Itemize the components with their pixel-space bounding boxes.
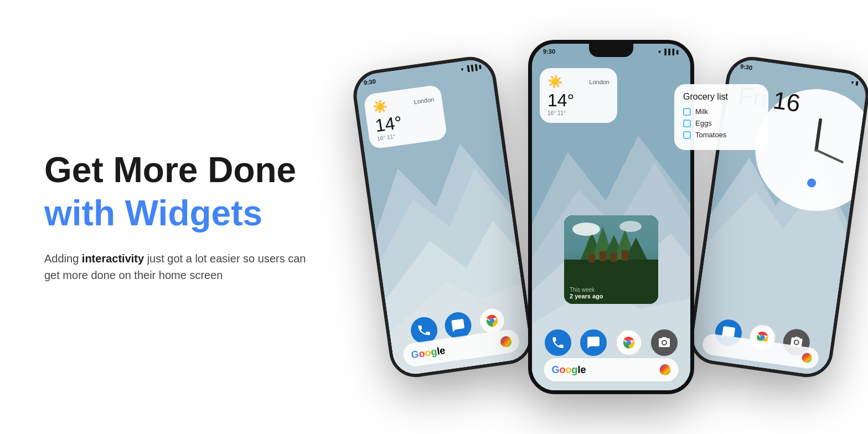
page-container: Get More Done with Widgets Adding intera… [0, 0, 868, 434]
weather-widget-center[interactable]: ☀️ London 14° 16° 11° [540, 68, 617, 123]
headline-line1: Get More Done [44, 151, 310, 189]
svg-point-35 [619, 221, 642, 232]
weather-temp-center: 14° [547, 91, 609, 109]
weather-widget-left[interactable]: ☀️ London 14° 16° 11° [363, 84, 447, 149]
subtext-bold: interactivity [82, 252, 144, 265]
grocery-item-1[interactable]: Milk [683, 107, 760, 116]
svg-rect-30 [588, 254, 595, 262]
status-time-center: 9:30 [543, 48, 555, 55]
assistant-icon-left [500, 335, 513, 348]
signal-icon-left: ▐▐▐ [465, 64, 478, 71]
grocery-checkbox-1[interactable] [683, 108, 691, 116]
headline-line2: with Widgets [44, 194, 310, 232]
grocery-item-text-1: Milk [695, 107, 708, 116]
chrome-app-icon-center[interactable] [616, 329, 642, 356]
battery-icon-center: ▮ [676, 49, 679, 55]
grocery-item-3[interactable]: Tomatoes [683, 131, 760, 139]
status-icons-left: ▾ ▐▐▐ ▮ [461, 63, 482, 72]
grocery-widget-container: Grocery list Milk Eggs Tomatoes [674, 84, 768, 150]
grocery-item-text-3: Tomatoes [695, 131, 726, 139]
weather-icon-left: ☀️ [372, 99, 389, 115]
weather-city-left: London [414, 96, 435, 105]
svg-point-37 [627, 340, 631, 345]
left-section: Get More Done with Widgets Adding intera… [0, 117, 354, 317]
battery-icon-right: ▮ [855, 79, 859, 86]
svg-point-16 [794, 340, 798, 344]
photo-widget-center[interactable]: This week 2 years ago [564, 215, 658, 304]
phones-section: 9:30 ▾ ▐▐▐ ▮ ☀️ London 14° 16° 11° [354, 0, 868, 434]
phone-left-screen: 9:30 ▾ ▐▐▐ ▮ ☀️ London 14° 16° 11° [354, 57, 532, 376]
messages-app-icon-center[interactable] [580, 329, 607, 356]
dock-center [545, 329, 678, 356]
google-logo-center: Google [551, 364, 586, 376]
grocery-checkbox-2[interactable] [683, 120, 691, 127]
phone-center-screen: 9:30 ▾ ▐▐▐ ▮ ☀️ London 14° 16° 11° [532, 44, 690, 390]
svg-rect-33 [622, 250, 628, 261]
photo-content: This week 2 years ago [564, 215, 658, 304]
phone-notch-center [589, 44, 633, 57]
camera-app-icon-center[interactable] [651, 329, 678, 356]
subtext: Adding interactivity just got a lot easi… [44, 250, 310, 283]
phone-center: 9:30 ▾ ▐▐▐ ▮ ☀️ London 14° 16° 11° [528, 40, 694, 394]
svg-point-34 [572, 223, 600, 236]
svg-rect-32 [611, 253, 617, 262]
assistant-icon-right [801, 352, 812, 363]
photo-caption-center: This week 2 years ago [570, 287, 603, 299]
phone-left: 9:30 ▾ ▐▐▐ ▮ ☀️ London 14° 16° 11° [350, 54, 535, 381]
signal-icon-center: ▐▐▐ [663, 49, 674, 55]
weather-range-center: 16° 11° [547, 110, 609, 116]
svg-point-38 [663, 341, 666, 344]
grocery-item-2[interactable]: Eggs [683, 119, 760, 127]
status-time-left: 9:30 [363, 78, 376, 86]
photo-caption-sub: This week [570, 287, 603, 293]
wifi-icon-center: ▾ [658, 49, 661, 55]
status-icons-right: ▾ ▮ [851, 79, 859, 86]
photo-caption-main: 2 years ago [570, 293, 603, 299]
assistant-icon-center [660, 364, 671, 375]
status-time-right: 9:30 [740, 63, 752, 71]
battery-icon-left: ▮ [478, 63, 482, 70]
wifi-icon-left: ▾ [461, 66, 464, 73]
grocery-item-text-2: Eggs [695, 119, 712, 127]
wifi-icon-right: ▾ [851, 79, 854, 85]
grocery-checkbox-3[interactable] [683, 131, 691, 139]
status-icons-center: ▾ ▐▐▐ ▮ [658, 49, 679, 55]
svg-rect-31 [600, 251, 606, 261]
subtext-part1: Adding [44, 252, 82, 265]
weather-top-center: ☀️ London [547, 75, 609, 89]
phone-app-icon-center[interactable] [545, 329, 571, 356]
search-bar-center[interactable]: Google [544, 358, 678, 381]
grocery-widget[interactable]: Grocery list Milk Eggs Tomatoes [674, 84, 768, 150]
weather-icon-center: ☀️ [547, 75, 562, 89]
grocery-title: Grocery list [683, 92, 760, 102]
weather-city-center: London [589, 79, 609, 85]
google-logo-left: Google [410, 344, 446, 360]
